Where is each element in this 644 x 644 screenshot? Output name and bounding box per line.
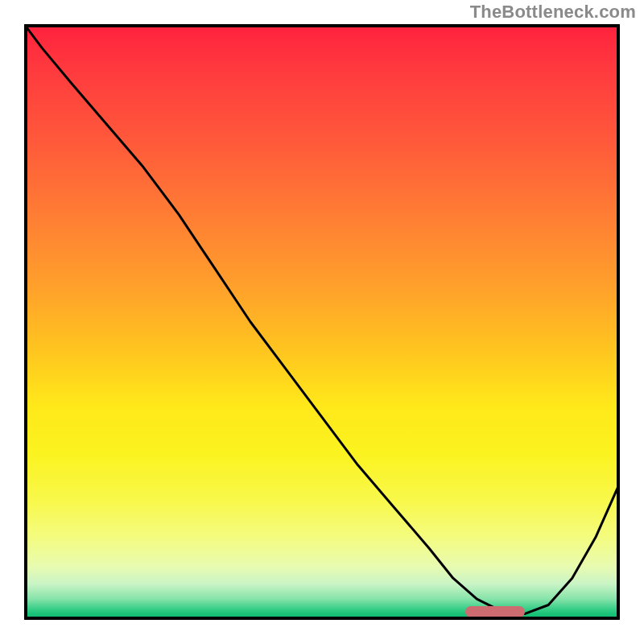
curve-layer xyxy=(24,24,620,620)
bottleneck-curve xyxy=(24,24,620,614)
optimal-marker xyxy=(465,606,525,617)
watermark-text: TheBottleneck.com xyxy=(470,2,636,23)
chart-container: TheBottleneck.com xyxy=(0,0,644,644)
